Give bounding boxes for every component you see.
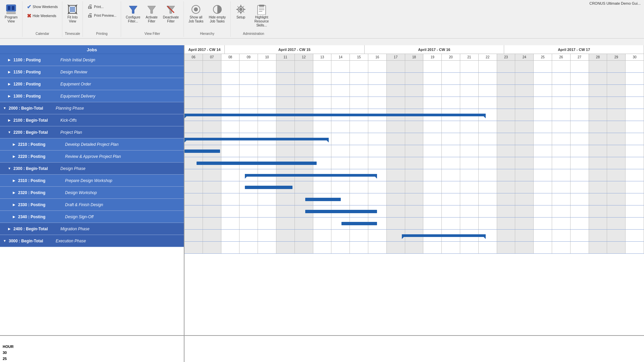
gantt-cell-1-3 [239,73,258,84]
job-row-1150[interactable]: ▶ 1150 : Posting Design Review [0,66,184,78]
hide-weekends-button[interactable]: ✖ Hide Weekends [25,12,58,20]
gantt-cell-5-16 [479,121,497,133]
gantt-cell-15-13 [423,242,442,253]
show-all-job-tasks-button[interactable]: Show allJob Tasks [186,3,205,25]
svg-point-15 [194,7,198,11]
gantt-day-23: 23 [497,54,516,60]
gantt-cell-8-23 [607,157,626,169]
show-weekends-icon: ✔ [27,4,31,10]
gantt-cell-13-19 [534,218,552,229]
gantt-cell-1-24 [626,73,644,84]
job-row-expand: ▶ [7,69,12,75]
gantt-cell-6-15 [460,133,479,145]
gantt-cell-13-15 [460,218,479,229]
bottom-chart: HOUR 30 25 [0,335,644,362]
fit-into-view-button[interactable]: Fit IntoView [65,3,80,25]
gantt-cell-11-11 [387,193,405,205]
job-row-3000[interactable]: ▼ 3000 : Begin-Total Execution Phase [0,235,184,247]
gantt-cell-13-21 [571,218,589,229]
job-row-2340[interactable]: ▶ 2340 : Posting Design Sign-Off [0,211,184,223]
gantt-bar-summary-9 [245,174,377,177]
gantt-cell-1-21 [571,73,589,84]
gantt-cell-14-22 [589,230,607,241]
gantt-cell-12-13 [423,205,442,217]
gantt-cell-4-19 [534,109,552,121]
job-row-2200[interactable]: ▼ 2200 : Begin-Total Project Plan [0,126,184,138]
job-row-2310[interactable]: ▶ 2310 : Posting Prepare Design Workshop [0,175,184,187]
gantt-cell-11-4 [258,193,276,205]
job-row-name: Finish Initial Design [60,58,182,62]
gantt-cell-11-19 [534,193,552,205]
gantt-cell-0-1 [203,61,221,72]
gantt-cell-8-14 [442,157,460,169]
gantt-cell-7-12 [405,145,424,157]
job-row-2000[interactable]: ▼ 2000 : Begin-Total Planning Phase [0,102,184,114]
job-row-2210[interactable]: ▶ 2210 : Posting Develop Detailed Projec… [0,138,184,150]
gantt-row-1150 [184,73,644,85]
gantt-cell-7-4 [258,145,276,157]
job-row-number: 2340 : Posting [18,215,65,219]
gantt-cell-5-1 [203,121,221,133]
configure-filter-button[interactable]: ConfigureFilter... [124,3,142,25]
gantt-row-2310 [184,181,644,193]
gantt-cell-12-2 [221,205,240,217]
gantt-cell-1-9 [350,73,368,84]
svg-rect-2 [8,6,10,10]
gantt-cell-5-18 [515,121,534,133]
gantt-cell-3-24 [626,97,644,109]
job-row-1300[interactable]: ▶ 1300 : Posting Equipment Delivery [0,90,184,102]
gantt-cell-13-2 [221,218,240,229]
gantt-cell-6-11 [387,133,405,145]
setup-label: Setup [236,15,245,19]
activate-filter-button[interactable]: ActivateFilter [144,3,160,25]
app-title: CRONUS Ultimate Demo Gui... [589,1,641,5]
gantt-cell-11-12 [405,193,424,205]
gantt-cell-7-18 [515,145,534,157]
deactivate-filter-button[interactable]: DeactivateFilter [161,3,181,25]
job-row-2300[interactable]: ▼ 2300 : Begin-Total Design Phase [0,163,184,175]
gantt-cell-13-18 [515,218,534,229]
job-row-1100[interactable]: ▶ 1100 : Posting Finish Initial Design [0,54,184,66]
job-row-expand: ▶ [7,81,12,87]
hide-empty-job-tasks-button[interactable]: Hide emptyJob Tasks [207,3,228,25]
gantt-cell-2-12 [405,85,424,97]
gantt-cell-10-23 [607,181,626,193]
gantt-cell-8-20 [552,157,571,169]
job-row-2400[interactable]: ▶ 2400 : Begin-Total Migration Phase [0,223,184,235]
print-button[interactable]: 🖨 Print... [86,3,105,11]
gantt-cell-15-4 [258,242,276,253]
gantt-cell-6-20 [552,133,571,145]
show-weekends-button[interactable]: ✔ Show Weekends [25,3,59,11]
gantt-cell-14-6 [295,230,313,241]
job-row-2100[interactable]: ▶ 2100 : Begin-Total Kick-Offs [0,114,184,126]
gantt-cell-0-21 [571,61,589,72]
job-row-2330[interactable]: ▶ 2330 : Posting Draft & Finish Design [0,199,184,211]
gantt-cell-13-0 [184,218,203,229]
gantt-day-13: 13 [313,54,332,60]
gantt-cell-10-2 [221,181,240,193]
highlight-resource-button[interactable]: HighlightResource Skills... [250,3,274,29]
job-row-1200[interactable]: ▶ 1200 : Posting Equipment Order [0,78,184,90]
job-row-name: Prepare Design Workshop [65,178,182,183]
print-preview-button[interactable]: 🖨 Print Preview... [86,11,118,19]
gantt-cell-5-4 [258,121,276,133]
gantt-cell-6-22 [589,133,607,145]
gantt-cell-13-22 [589,218,607,229]
gantt-cell-14-1 [203,230,221,241]
gantt-cell-3-11 [387,97,405,109]
gantt-cell-10-16 [479,181,497,193]
activate-filter-icon [146,4,157,15]
gantt-cell-5-19 [534,121,552,133]
show-all-label: Show allJob Tasks [189,15,203,23]
setup-button[interactable]: Setup [233,3,248,21]
program-view-button[interactable]: ProgramView [3,3,19,25]
job-row-name: Design Workshop [65,190,182,195]
gantt-cell-6-23 [607,133,626,145]
gantt-row-2330 [184,205,644,218]
job-row-2320[interactable]: ▶ 2320 : Posting Design Workshop [0,187,184,199]
gantt-cell-9-21 [571,169,589,181]
job-row-expand: ▶ [11,202,17,207]
gantt-cell-7-17 [497,145,516,157]
job-row-2220[interactable]: ▶ 2220 : Posting Review & Approve Projec… [0,150,184,163]
gantt-cell-1-13 [423,73,442,84]
